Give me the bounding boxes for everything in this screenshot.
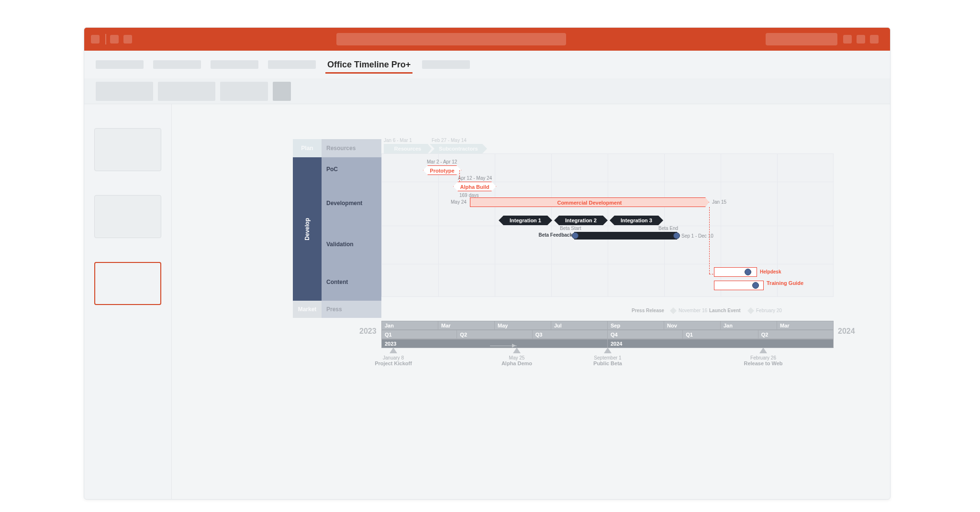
milestone-date: May 25 <box>509 355 525 360</box>
milestone-title: Public Beta <box>593 360 622 366</box>
row-development[interactable]: Development <box>322 181 381 225</box>
toolbar-group[interactable] <box>220 82 268 101</box>
ribbon-toolbar <box>84 78 890 104</box>
window-control[interactable] <box>91 35 100 44</box>
axis-year-left: 2023 <box>359 327 377 336</box>
beta-end-label: Beta End <box>658 226 678 231</box>
task-integration-2[interactable]: Integration 2 <box>554 216 608 225</box>
slide-thumbnail[interactable] <box>94 128 161 171</box>
slide-canvas[interactable]: Plan Develop Market Resources PoC Develo… <box>172 104 890 500</box>
row-poc[interactable]: PoC <box>322 157 381 181</box>
titlebar-user[interactable] <box>766 33 837 45</box>
milestone[interactable]: May 25 Alpha Demo <box>493 348 541 366</box>
axis-quarter: Q1 <box>381 330 457 339</box>
ribbon-tab[interactable] <box>96 60 144 69</box>
task-alpha-build[interactable]: Alpha Build <box>453 182 496 191</box>
axis-month: Jan <box>721 321 777 330</box>
ribbon-tab[interactable] <box>268 60 316 69</box>
milestone-title: Project Kickoff <box>375 360 412 366</box>
axis-quarter: Q2 <box>758 330 834 339</box>
date-label: Jan 15 <box>712 199 726 205</box>
ribbon-tabs: Office Timeline Pro+ <box>84 51 890 78</box>
axis-quarter: Q2 <box>457 330 532 339</box>
milestone-date: September 1 <box>594 355 621 360</box>
task-beta-feedback[interactable] <box>574 232 677 240</box>
task-range: Jan 6 - Mar 1 <box>384 138 412 143</box>
ribbon-tab-active[interactable]: Office Timeline Pro+ <box>325 54 412 76</box>
task-integration-1[interactable]: Integration 1 <box>499 216 552 225</box>
task-range: Mar 2 - Apr 12 <box>427 159 457 164</box>
swimlane-label: Develop <box>304 218 311 240</box>
swimlane-develop[interactable]: Develop <box>293 157 322 301</box>
milestone-title: Alpha Demo <box>501 360 532 366</box>
swimlane-market[interactable]: Market <box>293 301 322 318</box>
slide-thumbnail[interactable] <box>94 195 161 238</box>
task-prototype[interactable]: Prototype <box>423 165 461 175</box>
titlebar <box>84 28 890 51</box>
task-range: Apr 12 - May 24 <box>458 175 492 181</box>
axis-quarter: Q4 <box>608 330 683 339</box>
slide-thumbnail-active[interactable] <box>94 262 161 305</box>
launch-event-label: Launch Event <box>709 308 741 313</box>
task-integration-3[interactable]: Integration 3 <box>610 216 663 225</box>
axis-strip: Jan Mar May Jul Sep Nov Jan Mar Q1 Q2 Q3… <box>381 321 834 349</box>
milestone-beta-start[interactable] <box>572 232 579 239</box>
ribbon-tab[interactable] <box>211 60 258 69</box>
quick-access-button[interactable] <box>123 35 132 44</box>
beta-feedback-label: Beta Feedback <box>518 232 572 238</box>
row-content[interactable]: Content <box>322 263 381 301</box>
task-subcontractors[interactable]: Subcontractors <box>430 144 487 153</box>
axis-year-right: 2024 <box>838 327 855 336</box>
date-label: May 24 <box>451 199 467 205</box>
milestone[interactable]: September 1 Public Beta <box>584 348 632 366</box>
axis-year: 2024 <box>608 339 834 348</box>
launch-event-date: February 20 <box>756 308 782 313</box>
app-window: Office Timeline Pro+ Plan Develop <box>84 27 891 500</box>
milestone-date: January 8 <box>383 355 404 360</box>
milestone[interactable]: January 8 Project Kickoff <box>369 348 417 366</box>
toolbar-button-active[interactable] <box>273 82 291 101</box>
task-resources[interactable]: Resources <box>384 144 432 153</box>
swimlane-label: Plan <box>301 145 313 152</box>
ribbon-tab[interactable] <box>153 60 201 69</box>
toolbar-group[interactable] <box>96 82 153 101</box>
toolbar-group[interactable] <box>158 82 215 101</box>
axis-month: Mar <box>777 321 834 330</box>
row-resources[interactable]: Resources <box>322 139 381 157</box>
row-validation[interactable]: Validation <box>322 225 381 263</box>
milestone-beta-end[interactable] <box>673 232 680 239</box>
triangle-icon <box>390 348 397 353</box>
window-control-min[interactable] <box>843 35 852 44</box>
window-control-max[interactable] <box>857 35 865 44</box>
triangle-icon <box>604 348 612 353</box>
swimlane-plan[interactable]: Plan <box>293 139 322 157</box>
axis-month: Mar <box>438 321 495 330</box>
row-press[interactable]: Press <box>322 301 381 318</box>
axis-quarter: Q1 <box>683 330 758 339</box>
axis-month: Nov <box>664 321 721 330</box>
axis-month: Jan <box>381 321 438 330</box>
chart-grid <box>381 153 834 297</box>
ribbon-tab[interactable] <box>422 60 470 69</box>
beta-start-label: Beta Start <box>560 226 581 231</box>
press-release-label: Press Release <box>632 308 664 313</box>
axis-month: Jul <box>551 321 608 330</box>
quick-access-button[interactable] <box>110 35 119 44</box>
duration-label: 169 days <box>459 193 479 198</box>
axis-months: Jan Mar May Jul Sep Nov Jan Mar <box>381 321 834 330</box>
triangle-icon <box>759 348 767 353</box>
axis-year: 2023 <box>381 339 608 348</box>
task-commercial-development[interactable]: Commercial Development <box>470 197 709 207</box>
milestone-title: Release to Web <box>744 360 782 366</box>
axis-month: Sep <box>608 321 664 330</box>
app-body: Plan Develop Market Resources PoC Develo… <box>84 104 890 500</box>
milestone-dot <box>752 282 759 289</box>
axis-month: May <box>495 321 551 330</box>
diamond-icon <box>747 307 754 314</box>
swimlane-label: Market <box>298 306 317 313</box>
titlebar-search[interactable] <box>336 33 566 45</box>
timeline-chart[interactable]: Plan Develop Market Resources PoC Develo… <box>293 139 834 431</box>
milestone[interactable]: February 26 Release to Web <box>735 348 792 366</box>
window-control-close[interactable] <box>870 35 879 44</box>
task-range: Feb 27 - May 14 <box>432 138 467 143</box>
